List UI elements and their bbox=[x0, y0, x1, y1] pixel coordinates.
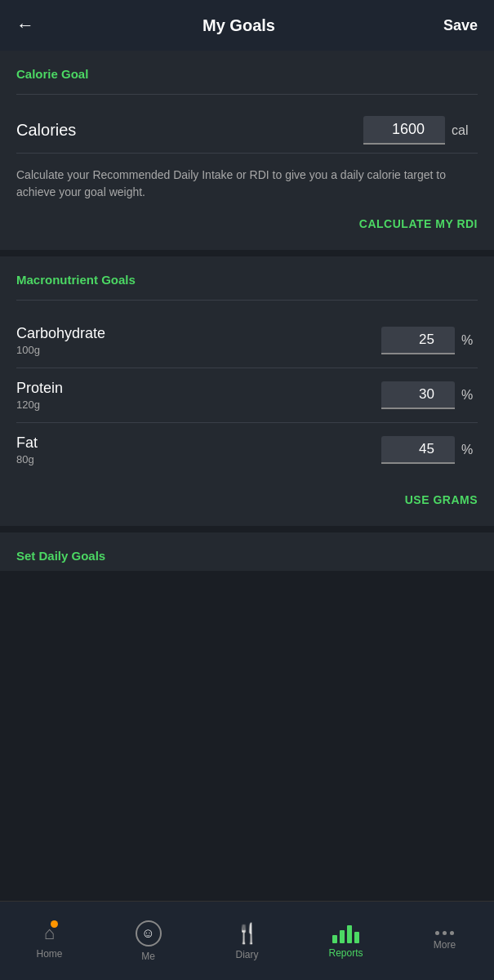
diary-icon: 🍴 bbox=[235, 922, 260, 945]
bar4 bbox=[354, 932, 359, 943]
reports-icon bbox=[332, 924, 359, 943]
carbohydrate-labels: Carbohydrate 100g bbox=[16, 325, 105, 356]
nav-item-home[interactable]: ⌂ Home bbox=[0, 902, 99, 980]
calorie-input-group: cal bbox=[363, 116, 478, 145]
fat-input[interactable] bbox=[381, 436, 455, 464]
fat-labels: Fat 80g bbox=[16, 434, 38, 466]
home-icon-wrap: ⌂ bbox=[44, 923, 55, 944]
protein-name: Protein bbox=[16, 380, 63, 397]
back-button[interactable]: ← bbox=[16, 15, 34, 36]
me-nav-label: Me bbox=[141, 951, 155, 962]
bar3 bbox=[347, 925, 352, 943]
more-icon bbox=[435, 931, 454, 935]
carbohydrate-input[interactable] bbox=[381, 327, 455, 354]
home-nav-label: Home bbox=[36, 948, 62, 960]
carbohydrate-name: Carbohydrate bbox=[16, 325, 105, 342]
calories-input[interactable] bbox=[363, 116, 445, 145]
save-button[interactable]: Save bbox=[443, 17, 478, 34]
macro-goals-section: Macronutrient Goals Carbohydrate 100g % … bbox=[0, 256, 494, 526]
header: ← My Goals Save bbox=[0, 0, 494, 51]
fat-row: Fat 80g % bbox=[16, 422, 478, 477]
dot1 bbox=[435, 931, 439, 935]
page-title: My Goals bbox=[202, 16, 275, 35]
use-grams-button[interactable]: USE GRAMS bbox=[16, 493, 478, 506]
calories-unit: cal bbox=[452, 123, 478, 138]
calories-label: Calories bbox=[16, 121, 76, 140]
reports-nav-label: Reports bbox=[328, 947, 363, 959]
nav-item-reports[interactable]: Reports bbox=[296, 902, 395, 980]
calculate-rdi-button[interactable]: CALCULATE MY RDI bbox=[16, 217, 478, 230]
carbohydrate-grams: 100g bbox=[16, 344, 105, 356]
dot2 bbox=[443, 931, 447, 935]
fat-grams: 80g bbox=[16, 453, 38, 466]
protein-row: Protein 120g % bbox=[16, 368, 478, 422]
bar1 bbox=[332, 935, 337, 943]
fat-input-group: % bbox=[381, 436, 478, 464]
me-icon: ☺ bbox=[136, 920, 162, 947]
more-nav-label: More bbox=[434, 939, 456, 951]
diary-nav-label: Diary bbox=[235, 949, 258, 960]
home-notification-dot bbox=[51, 920, 58, 928]
main-content: Calorie Goal Calories cal Calculate your… bbox=[0, 51, 494, 901]
nav-item-me[interactable]: ☺ Me bbox=[99, 902, 198, 980]
protein-input[interactable] bbox=[381, 381, 455, 409]
nav-item-more[interactable]: More bbox=[395, 902, 494, 980]
carbohydrate-input-group: % bbox=[381, 327, 478, 354]
nav-item-diary[interactable]: 🍴 Diary bbox=[198, 902, 296, 980]
fat-name: Fat bbox=[16, 434, 38, 452]
macro-divider bbox=[16, 300, 478, 301]
rdi-description: Calculate your Recommended Daily Intake … bbox=[16, 167, 478, 201]
calorie-row: Calories cal bbox=[16, 108, 478, 153]
bar2 bbox=[340, 930, 345, 943]
divider bbox=[16, 94, 478, 95]
protein-grams: 120g bbox=[16, 399, 63, 411]
calorie-goal-section: Calorie Goal Calories cal Calculate your… bbox=[0, 51, 494, 250]
macro-section-title: Macronutrient Goals bbox=[16, 273, 478, 287]
carbohydrate-row: Carbohydrate 100g % bbox=[16, 314, 478, 368]
protein-unit: % bbox=[461, 388, 478, 403]
protein-labels: Protein 120g bbox=[16, 380, 63, 411]
protein-input-group: % bbox=[381, 381, 478, 409]
set-daily-goals-section: Set Daily Goals bbox=[0, 532, 494, 571]
bottom-navigation: ⌂ Home ☺ Me 🍴 Diary Reports More bbox=[0, 901, 494, 980]
dot3 bbox=[450, 931, 454, 935]
fat-unit: % bbox=[461, 443, 478, 457]
calorie-section-title: Calorie Goal bbox=[16, 67, 478, 81]
set-goals-title: Set Daily Goals bbox=[16, 549, 478, 563]
divider2 bbox=[16, 153, 478, 154]
carbohydrate-unit: % bbox=[461, 333, 478, 348]
